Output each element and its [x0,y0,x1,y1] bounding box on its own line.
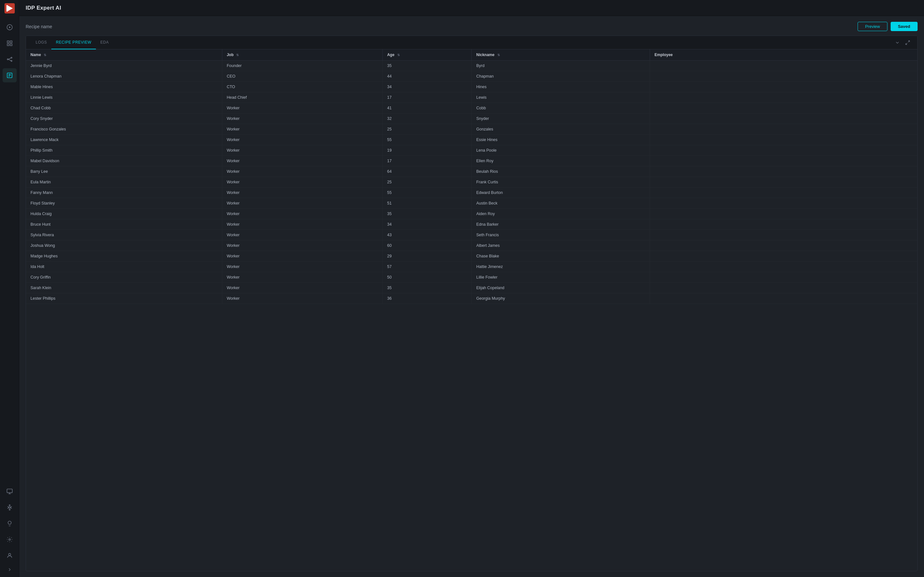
svg-line-13 [8,59,11,61]
sidebar-item-recipe[interactable] [3,68,17,82]
cell-employee [650,209,917,219]
table-row: Madge HughesWorker29Chase Blake [26,251,917,261]
cell-employee [650,283,917,293]
cell-nickname: Frank Curtis [472,177,650,187]
cell-age: 43 [383,230,472,240]
cell-employee [650,272,917,283]
table-header-row: Name ⇅ Job ⇅ Age ⇅ [26,49,917,61]
cell-name: Bruce Hunt [26,219,222,230]
cell-employee [650,230,917,240]
cell-employee [650,103,917,113]
table-row: Phillip SmithWorker19Lena Poole [26,145,917,156]
cell-employee [650,198,917,209]
tab-eda[interactable]: EDA [96,36,113,49]
recipe-name-label: Recipe name [26,24,52,29]
svg-rect-7 [7,44,9,46]
cell-job: Worker [222,156,383,166]
cell-name: Cory Griffin [26,272,222,283]
sidebar-item-user[interactable] [3,548,17,562]
cell-name: Sarah Klein [26,283,222,293]
sidebar-item-settings[interactable] [3,532,17,546]
svg-line-26 [908,41,909,42]
data-table: Name ⇅ Job ⇅ Age ⇅ [26,49,917,304]
cell-employee [650,82,917,92]
recipe-actions: Preview Saved [858,22,918,31]
col-header-job[interactable]: Job ⇅ [222,49,383,61]
cell-age: 64 [383,166,472,177]
sidebar-item-grid[interactable] [3,36,17,50]
sort-icon-nickname: ⇅ [497,53,500,57]
svg-rect-6 [10,41,12,43]
cell-age: 17 [383,92,472,103]
cell-nickname: Georgia Murphy [472,293,650,304]
table-container[interactable]: Name ⇅ Job ⇅ Age ⇅ [26,49,917,571]
cell-nickname: Chapman [472,71,650,82]
cell-job: Founder [222,61,383,71]
col-header-nickname[interactable]: Nickname ⇅ [472,49,650,61]
sidebar-item-play[interactable] [3,20,17,34]
cell-nickname: Hattie Jimenez [472,261,650,272]
sort-icon-age: ⇅ [397,53,400,57]
cell-job: Worker [222,209,383,219]
cell-nickname: Gonzales [472,124,650,135]
tab-recipe-preview[interactable]: RECIPE PREVIEW [51,36,95,49]
svg-point-10 [11,57,12,58]
svg-point-24 [9,539,10,540]
cell-job: Head Chief [222,92,383,103]
table-row: Eula MartinWorker25Frank Curtis [26,177,917,187]
sidebar-item-jupyter[interactable] [3,500,17,514]
col-header-name[interactable]: Name ⇅ [26,49,222,61]
svg-point-21 [9,507,10,508]
sidebar-item-lightbulb[interactable] [3,516,17,530]
cell-age: 35 [383,283,472,293]
main-panel: LOGS RECIPE PREVIEW EDA [26,35,918,571]
cell-age: 25 [383,124,472,135]
svg-rect-8 [10,44,12,46]
sidebar-item-monitor[interactable] [3,484,17,498]
table-row: Francisco GonzalesWorker25Gonzales [26,124,917,135]
table-row: Chad CobbWorker41Cobb [26,103,917,113]
table-row: Mable HinesCTO34Hines [26,82,917,92]
cell-name: Lester Phillips [26,293,222,304]
app-title: IDP Expert AI [26,5,61,11]
cell-name: Lenora Chapman [26,71,222,82]
table-row: Hulda CraigWorker35Aiden Roy [26,209,917,219]
main-content: IDP Expert AI Recipe name Preview Saved … [19,0,924,577]
cell-nickname: Edna Barker [472,219,650,230]
col-header-age[interactable]: Age ⇅ [383,49,472,61]
svg-line-27 [906,43,907,45]
preview-button[interactable]: Preview [858,22,887,31]
app-logo[interactable] [4,3,15,14]
cell-nickname: Lewis [472,92,650,103]
sort-icon-name: ⇅ [44,53,46,57]
cell-job: CTO [222,82,383,92]
table-row: Floyd StanleyWorker51Austin Beck [26,198,917,209]
tabs-bar: LOGS RECIPE PREVIEW EDA [26,36,917,49]
cell-nickname: Snyder [472,113,650,124]
cell-job: Worker [222,177,383,187]
cell-job: Worker [222,240,383,251]
saved-button[interactable]: Saved [891,22,918,31]
cell-name: Fanny Mann [26,187,222,198]
cell-nickname: Essie Hines [472,135,650,145]
cell-name: Barry Lee [26,166,222,177]
cell-name: Mable Hines [26,82,222,92]
cell-age: 57 [383,261,472,272]
svg-line-12 [8,58,11,59]
cell-age: 41 [383,103,472,113]
cell-employee [650,177,917,187]
sidebar-item-nodes[interactable] [3,52,17,66]
cell-nickname: Albert James [472,240,650,251]
cell-age: 35 [383,61,472,71]
sidebar-expand-button[interactable] [3,565,17,574]
cell-nickname: Elijah Copeland [472,283,650,293]
svg-point-11 [11,60,12,61]
table-row: Cory GriffinWorker50Lillie Fowler [26,272,917,283]
cell-nickname: Cobb [472,103,650,113]
expand-icon-button[interactable] [903,38,912,47]
svg-point-9 [7,59,8,60]
collapse-icon-button[interactable] [893,38,902,47]
recipe-row: Recipe name Preview Saved [26,22,918,31]
cell-job: Worker [222,251,383,261]
tab-logs[interactable]: LOGS [31,36,51,49]
